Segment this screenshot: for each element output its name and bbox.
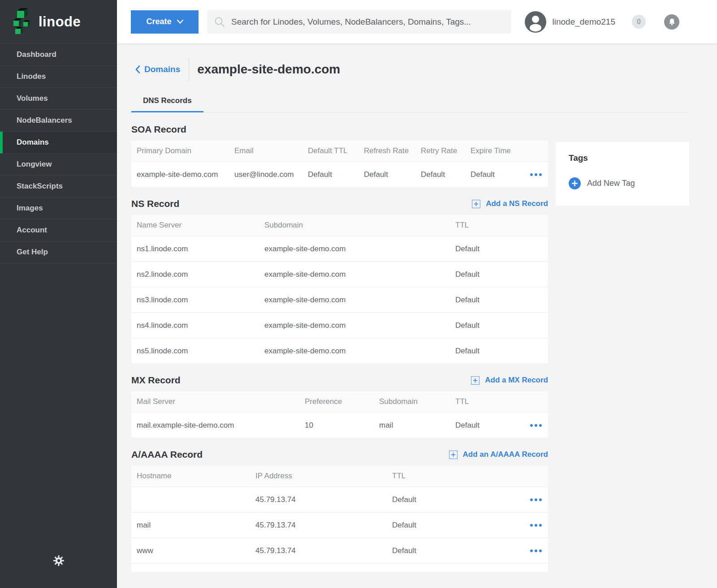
breadcrumb: Domains example-site-demo.com (131, 58, 717, 81)
sidebar-item-account[interactable]: Account (0, 219, 117, 241)
add-a-record-label: Add an A/AAAA Record (463, 450, 548, 459)
sidebar-item-longview[interactable]: Longview (0, 154, 117, 176)
table-footer (131, 563, 548, 572)
column-header: Name Server (131, 221, 259, 230)
sidebar-nav: Dashboard Linodes Volumes NodeBalancers … (0, 43, 117, 263)
column-header: TTL (450, 221, 548, 230)
cell-ttl: Default (450, 245, 548, 253)
sidebar-item-nodebalancers[interactable]: NodeBalancers (0, 110, 117, 132)
add-new-tag-label: Add New Tag (587, 179, 635, 188)
ns-table-row: ns1.linode.com example-site-demo.com Def… (131, 236, 548, 261)
sidebar-item-stackscripts[interactable]: StackScripts (0, 176, 117, 197)
sidebar-item-get-help[interactable]: Get Help (0, 241, 117, 263)
mx-section-header: MX Record Add a MX Record (131, 374, 548, 386)
add-a-record-button[interactable]: Add an A/AAAA Record (449, 450, 548, 459)
cell-name-server: ns1.linode.com (131, 245, 259, 253)
soa-table: Primary Domain Email Default TTL Refresh… (131, 141, 548, 187)
notification-count-badge[interactable]: 0 (632, 15, 646, 29)
column-header: Refresh Rate (358, 146, 415, 155)
soa-table-header: Primary Domain Email Default TTL Refresh… (131, 141, 548, 161)
search-icon (214, 16, 225, 28)
create-button-label: Create (146, 17, 171, 26)
cell-hostname: www (131, 546, 250, 555)
chevron-left-icon (135, 65, 140, 73)
cell-subdomain: example-site-demo.com (259, 245, 450, 253)
notifications-button[interactable] (664, 14, 679, 30)
cell-ip-address: 45.79.13.74 (250, 521, 387, 530)
a-table-header: Hostname IP Address TTL (131, 466, 548, 486)
cell-ttl: Default (450, 296, 548, 305)
tags-column: Tags Add New Tag (556, 112, 689, 572)
soa-table-row: example-site-demo.com user@linode.com De… (131, 161, 548, 187)
column-header: IP Address (250, 472, 387, 481)
mx-table-row: mail.example-site-demo.com 10 mail Defau… (131, 412, 548, 438)
user-avatar[interactable] (525, 11, 546, 33)
mx-table: Mail Server Preference Subdomain TTL mai… (131, 391, 548, 438)
bell-icon (668, 18, 676, 26)
column-header: Retry Rate (415, 146, 465, 155)
settings-button[interactable] (0, 555, 117, 567)
cell-subdomain: example-site-demo.com (259, 321, 450, 330)
cell-subdomain: example-site-demo.com (259, 347, 450, 356)
row-actions-menu-icon[interactable] (529, 171, 543, 179)
cell-ttl: Default (450, 321, 548, 330)
sidebar-item-domains[interactable]: Domains (0, 132, 117, 154)
cell-ttl: Default (387, 495, 527, 504)
topbar-right-cluster: linode_demo215 0 (525, 11, 717, 33)
back-link-label: Domains (144, 64, 180, 74)
search-bar (207, 10, 511, 34)
row-actions-menu-icon[interactable] (529, 496, 543, 504)
ns-table-row: ns3.linode.com example-site-demo.com Def… (131, 287, 548, 312)
cell-ip-address: 45.79.13.74 (250, 495, 387, 504)
sidebar-item-dashboard[interactable]: Dashboard (0, 44, 117, 66)
row-actions-menu-icon[interactable] (529, 547, 543, 555)
cell-name-server: ns3.linode.com (131, 296, 259, 305)
column-header: Email (229, 146, 302, 155)
cell-ttl: Default (450, 270, 548, 279)
sidebar-item-linodes[interactable]: Linodes (0, 66, 117, 88)
cell-name-server: ns4.linode.com (131, 321, 259, 330)
column-header: Expire Time (465, 146, 527, 155)
column-header: Subdomain (374, 397, 450, 406)
sidebar-item-images[interactable]: Images (0, 197, 117, 219)
ns-section-header: NS Record Add a NS Record (131, 197, 548, 210)
cell-name-server: ns5.linode.com (131, 347, 259, 356)
column-header: Subdomain (259, 221, 450, 230)
main-content: Domains example-site-demo.com DNS Record… (117, 43, 717, 588)
row-actions-menu-icon[interactable] (529, 421, 543, 429)
cell-preference: 10 (299, 421, 374, 430)
a-section-header: A/AAAA Record Add an A/AAAA Record (131, 448, 548, 461)
mx-section-title: MX Record (131, 375, 181, 386)
tab-bar: DNS Records (131, 96, 689, 112)
ns-table-row: ns2.linode.com example-site-demo.com Def… (131, 261, 548, 287)
cell-ip-address: 45.79.13.74 (250, 546, 387, 555)
sidebar-item-volumes[interactable]: Volumes (0, 88, 117, 110)
search-input[interactable] (231, 17, 505, 27)
cell-ttl: Default (387, 521, 527, 530)
add-ns-record-button[interactable]: Add a NS Record (472, 199, 548, 208)
username[interactable]: linode_demo215 (552, 17, 615, 27)
add-mx-record-button[interactable]: Add a MX Record (471, 376, 548, 385)
brand-name: linode (39, 14, 81, 30)
add-new-tag-button[interactable]: Add New Tag (569, 177, 676, 189)
ns-table-row: ns5.linode.com example-site-demo.com Def… (131, 338, 548, 363)
breadcrumb-divider (189, 58, 189, 81)
add-mx-record-label: Add a MX Record (485, 376, 548, 385)
cell-subdomain: example-site-demo.com (259, 270, 450, 279)
tags-panel: Tags Add New Tag (556, 142, 689, 206)
tab-dns-records[interactable]: DNS Records (131, 96, 203, 112)
cell-ttl: Default (450, 421, 527, 430)
cell-subdomain: mail (374, 421, 450, 430)
a-section-title: A/AAAA Record (131, 449, 203, 460)
cell-mail-server: mail.example-site-demo.com (131, 421, 299, 430)
linode-logo[interactable]: linode (0, 0, 117, 43)
plus-square-icon (472, 200, 480, 208)
ns-table-header: Name Server Subdomain TTL (131, 215, 548, 236)
row-actions-menu-icon[interactable] (529, 521, 543, 529)
back-to-domains-link[interactable]: Domains (135, 64, 180, 74)
column-header: TTL (387, 472, 527, 481)
add-ns-record-label: Add a NS Record (486, 199, 548, 208)
user-icon (525, 11, 546, 33)
create-button[interactable]: Create (131, 10, 199, 34)
cell-refresh-rate: Default (358, 170, 415, 179)
